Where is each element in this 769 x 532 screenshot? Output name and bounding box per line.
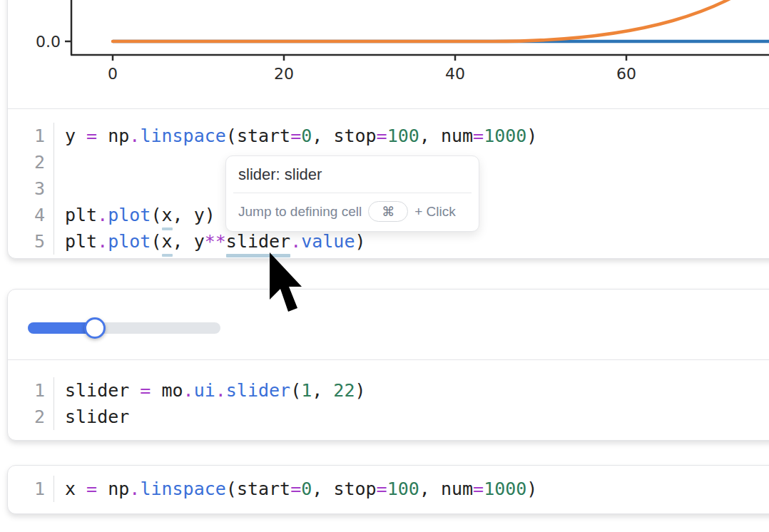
cell-3-gutter: 1	[8, 476, 54, 502]
cell-1-gutter: 12345	[8, 123, 54, 255]
code-line[interactable]: x = np.linspace(start=0, stop=100, num=1…	[65, 476, 769, 502]
slider-thumb[interactable]	[84, 317, 106, 339]
line-number: 2	[8, 404, 45, 430]
cell-3-code[interactable]: x = np.linspace(start=0, stop=100, num=1…	[54, 476, 769, 502]
slider-output-area	[8, 290, 769, 359]
line-number: 3	[8, 175, 45, 202]
x-tick-label: 60	[616, 65, 636, 83]
code-line[interactable]: y = np.linspace(start=0, stop=100, num=1…	[65, 123, 769, 149]
line-number: 1	[8, 123, 45, 149]
code-editor[interactable]: 1 x = np.linspace(start=0, stop=100, num…	[8, 466, 769, 513]
tooltip-key-suffix: + Click	[414, 204, 456, 220]
matplotlib-line-chart: 0.0 0 20 40 60	[8, 0, 769, 108]
code-line[interactable]: slider = mo.ui.slider(1, 22)	[65, 377, 769, 404]
series-line-orange	[113, 0, 769, 41]
variable-hover-tooltip: slider: slider Jump to defining cell ⌘ +…	[225, 155, 479, 232]
line-number: 5	[8, 228, 45, 255]
notebook-cell-x: 1 x = np.linspace(start=0, stop=100, num…	[7, 465, 769, 514]
cursor-icon	[268, 252, 302, 317]
code-editor[interactable]: 12 slider = mo.ui.slider(1, 22)slider	[8, 359, 769, 440]
code-line[interactable]: plt.plot(x, y**slider.value)	[65, 228, 769, 255]
x-tick-label: 20	[274, 65, 294, 83]
tooltip-action-row: Jump to defining cell ⌘ + Click	[226, 193, 479, 231]
plot-output-area: 0.0 0 20 40 60	[8, 0, 769, 108]
command-key-badge: ⌘	[368, 201, 408, 222]
notebook-cell-slider: 12 slider = mo.ui.slider(1, 22)slider	[7, 289, 769, 441]
code-line[interactable]: slider	[65, 404, 769, 430]
line-number: 4	[8, 202, 45, 228]
notebook-page: { "tooltip": { "title": "slider: slider"…	[0, 0, 769, 532]
line-number: 1	[8, 476, 45, 502]
y-tick-label: 0.0	[36, 33, 61, 51]
slider-widget[interactable]	[28, 317, 220, 339]
tooltip-action-label: Jump to defining cell	[238, 204, 362, 220]
cell-2-gutter: 12	[8, 377, 54, 430]
line-number: 2	[8, 149, 45, 175]
line-number: 1	[8, 377, 45, 404]
x-tick-label: 0	[108, 65, 118, 83]
cell-2-code[interactable]: slider = mo.ui.slider(1, 22)slider	[54, 377, 769, 430]
tooltip-title: slider: slider	[226, 156, 479, 193]
x-tick-label: 40	[445, 65, 465, 83]
